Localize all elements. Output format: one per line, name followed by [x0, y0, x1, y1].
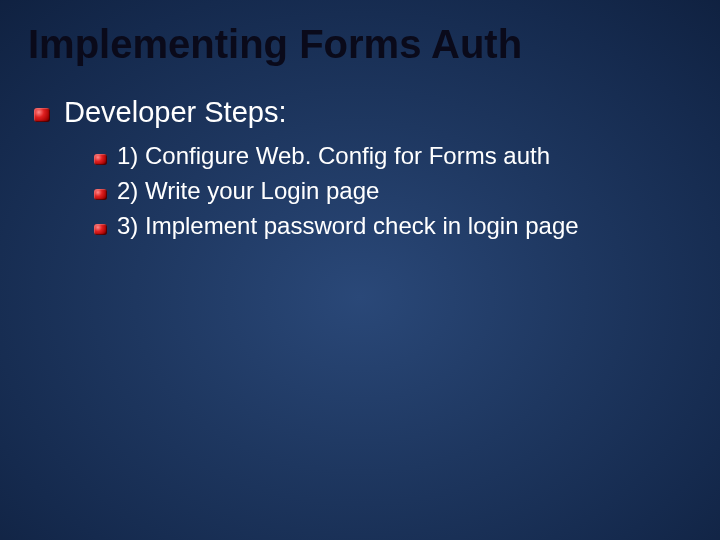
- list-item: 1) Configure Web. Config for Forms auth: [94, 141, 690, 172]
- step-text: 1) Configure Web. Config for Forms auth: [117, 141, 550, 172]
- list-item: Developer Steps:: [34, 96, 690, 129]
- list-item: 2) Write your Login page: [94, 176, 690, 207]
- step-text: 3) Implement password check in login pag…: [117, 211, 579, 242]
- step-text: 2) Write your Login page: [117, 176, 379, 207]
- slide: Implementing Forms Auth Developer Steps:…: [0, 0, 720, 540]
- section-label: Developer Steps:: [64, 96, 286, 129]
- bullet-icon: [94, 151, 107, 169]
- sub-list: 1) Configure Web. Config for Forms auth …: [94, 141, 690, 241]
- list-item: 3) Implement password check in login pag…: [94, 211, 690, 242]
- slide-title: Implementing Forms Auth: [28, 22, 522, 67]
- bullet-icon: [94, 186, 107, 204]
- bullet-icon: [94, 221, 107, 239]
- bullet-icon: [34, 108, 50, 126]
- slide-body: Developer Steps: 1) Configure Web. Confi…: [34, 96, 690, 246]
